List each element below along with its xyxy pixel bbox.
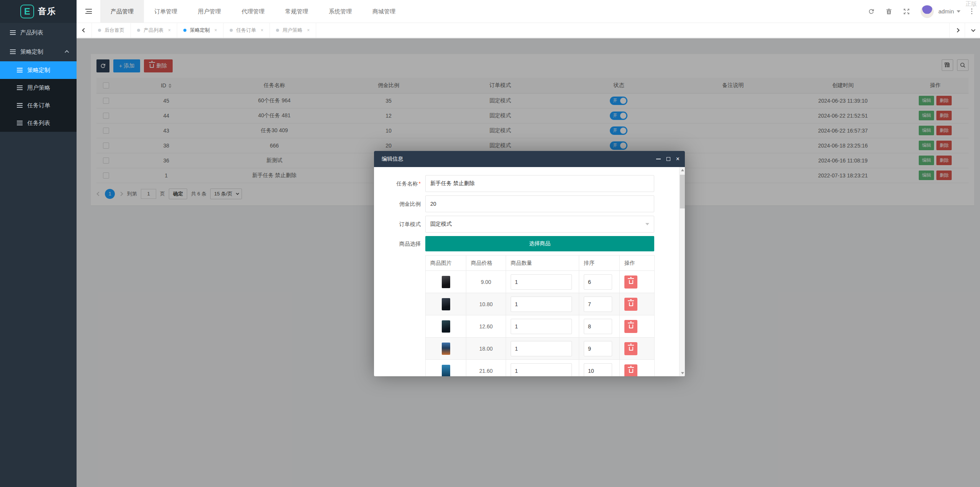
sort-input[interactable] [584,363,612,377]
tab-label: 策略定制 [190,27,210,34]
commission-label: 佣金比例 [375,195,425,212]
order-mode-label: 订单模式 [375,216,425,233]
tab-close-icon[interactable]: × [168,28,171,33]
scroll-up-icon[interactable] [681,169,684,171]
tab-label: 产品列表 [144,27,163,34]
minimize-icon[interactable] [656,159,661,159]
tabs-scroll-right-button[interactable] [949,23,965,38]
column-header-product-actions: 操作 [620,256,655,271]
trash-icon[interactable] [885,8,892,15]
sidebar-collapse-button[interactable] [77,0,100,23]
remove-product-button[interactable] [624,320,637,333]
remove-product-button[interactable] [624,298,637,311]
trash-icon [629,369,633,373]
cell-product-price: 12.60 [466,315,506,338]
sidebar-item-product-list[interactable]: 产品列表 [0,23,77,42]
refresh-icon[interactable] [868,8,875,15]
nav-item-agents[interactable]: 代理管理 [231,0,275,23]
maximize-icon[interactable] [666,157,670,161]
sidebar-menu: 产品列表 策略定制 策略定制 用户策略 任务订单 任务列表 [0,23,77,132]
product-row: 10.80 [426,293,655,315]
tab-dot-icon [183,29,186,32]
cell-product-price: 9.00 [466,271,506,293]
sidebar-subitem-task-list[interactable]: 任务列表 [0,114,77,132]
quantity-input[interactable] [511,363,572,377]
column-header-product-quantity: 商品数量 [506,256,579,271]
dialog-window-controls: × [656,151,679,167]
chevron-right-icon [955,28,959,32]
cell-product-price: 10.80 [466,293,506,315]
nav-item-general[interactable]: 常规管理 [275,0,318,23]
sidebar-subitem-strategy[interactable]: 策略定制 [0,61,77,79]
tabs-menu-button[interactable] [965,23,980,38]
nav-item-mall[interactable]: 商城管理 [362,0,406,23]
more-menu-icon[interactable] [971,11,972,12]
column-header-product-sort: 排序 [579,256,620,271]
tab-dot-icon [98,29,101,32]
commission-input[interactable] [425,195,654,212]
close-icon[interactable]: × [676,156,679,162]
tab-user-strategy[interactable]: 用户策略 × [270,23,316,38]
list-icon [10,30,16,35]
remove-product-button[interactable] [624,342,637,355]
cell-product-price: 21.60 [466,360,506,377]
dialog-titlebar[interactable]: 编辑信息 × [374,151,685,167]
tab-strategy[interactable]: 策略定制 × [177,23,224,38]
nav-item-product[interactable]: 产品管理 [100,0,144,23]
brand-title: 音乐 [38,6,56,17]
user-menu[interactable]: admin [938,8,960,15]
product-poster-image [442,365,450,377]
tab-dot-icon [276,29,279,32]
chevron-down-icon [957,10,960,13]
remove-product-button[interactable] [624,275,637,289]
list-icon [17,121,23,125]
order-mode-select[interactable]: 固定模式 [425,216,654,233]
user-avatar[interactable] [921,5,934,18]
form-row-task-name: 任务名称* [375,175,685,192]
tab-close-icon[interactable]: × [307,28,310,33]
chevron-down-icon [971,28,975,32]
list-icon [17,85,23,90]
sidebar-item-label: 用户策略 [27,84,50,92]
quantity-input[interactable] [511,274,572,290]
chevron-down-icon [645,223,649,225]
chevron-up-icon [65,50,69,54]
brand-logo-icon: E [20,5,34,18]
remove-product-button[interactable] [624,364,637,377]
sort-input[interactable] [584,274,612,290]
sidebar-item-label: 任务列表 [27,120,50,127]
sidebar-subitem-task-orders[interactable]: 任务订单 [0,97,77,114]
sidebar-item-strategy-group[interactable]: 策略定制 [0,42,77,61]
quantity-input[interactable] [511,341,572,356]
trash-icon [629,280,633,284]
nav-item-users[interactable]: 用户管理 [188,0,231,23]
watermark-text: 正版 [965,0,977,8]
sidebar-subitem-user-strategy[interactable]: 用户策略 [0,79,77,97]
tab-task-orders[interactable]: 任务订单 × [224,23,270,38]
quantity-input[interactable] [511,319,572,334]
product-poster-image [442,276,450,288]
quantity-input[interactable] [511,297,572,312]
sidebar: E 音乐 产品列表 策略定制 策略定制 用户策略 任务订单 [0,0,77,487]
task-name-input[interactable] [425,175,654,192]
tab-product-list[interactable]: 产品列表 × [131,23,177,38]
nav-item-system[interactable]: 系统管理 [318,0,362,23]
sort-input[interactable] [584,341,612,356]
scroll-down-icon[interactable] [681,372,684,374]
tab-dot-icon [230,29,233,32]
sidebar-item-label: 策略定制 [27,67,50,74]
select-product-button[interactable]: 选择商品 [425,236,654,251]
tab-close-icon[interactable]: × [261,28,263,33]
tab-label: 后台首页 [105,27,124,34]
tab-home[interactable]: 后台首页 [92,23,131,38]
scrollbar-thumb[interactable] [680,175,685,208]
tabs-scroll-left-button[interactable] [77,23,92,38]
header-actions: admin [868,5,980,18]
sort-input[interactable] [584,297,612,312]
fullscreen-icon[interactable] [903,8,910,15]
tab-bar-right-controls [949,23,980,38]
nav-item-orders[interactable]: 订单管理 [144,0,188,23]
dialog-scrollbar[interactable] [679,167,685,376]
tab-close-icon[interactable]: × [214,28,217,33]
sort-input[interactable] [584,319,612,334]
